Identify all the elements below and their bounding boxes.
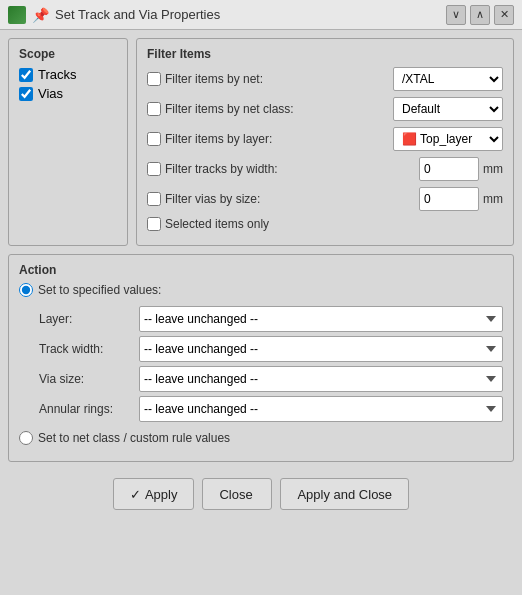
- action-label: Action: [19, 263, 503, 277]
- specified-values-label: Set to specified values:: [38, 283, 161, 297]
- filter-by-layer-row: Filter items by layer: 🟥 Top_layer: [147, 127, 503, 151]
- via-size-row: Via size: -- leave unchanged --: [39, 365, 503, 393]
- vias-label: Vias: [38, 86, 63, 101]
- filter-by-size-unit: mm: [483, 192, 503, 206]
- apply-close-label: Apply and Close: [297, 487, 392, 502]
- filter-by-net-checkbox[interactable]: [147, 72, 161, 86]
- net-class-radio[interactable]: [19, 431, 33, 445]
- track-width-row: Track width: -- leave unchanged --: [39, 335, 503, 363]
- close-label: Close: [219, 487, 252, 502]
- apply-checkmark: ✓: [130, 487, 141, 502]
- selected-only-row: Selected items only: [147, 217, 503, 231]
- apply-button[interactable]: ✓ Apply: [113, 478, 195, 510]
- filter-by-layer-select[interactable]: 🟥 Top_layer: [393, 127, 503, 151]
- vias-row: Vias: [19, 86, 117, 101]
- filter-by-size-label: Filter vias by size:: [165, 192, 415, 206]
- window-controls: ∨ ∧ ✕: [446, 5, 514, 25]
- window-title: Set Track and Via Properties: [55, 7, 220, 22]
- maximize-button[interactable]: ∧: [470, 5, 490, 25]
- filter-by-size-input[interactable]: [419, 187, 479, 211]
- filter-by-size-checkbox[interactable]: [147, 192, 161, 206]
- annular-rings-select[interactable]: -- leave unchanged --: [139, 396, 503, 422]
- filter-group: Filter Items Filter items by net: /XTAL …: [136, 38, 514, 246]
- filter-by-netclass-row: Filter items by net class: Default: [147, 97, 503, 121]
- filter-label: Filter Items: [147, 47, 503, 61]
- filter-by-netclass-label: Filter items by net class:: [165, 102, 389, 116]
- annular-rings-row: Annular rings: -- leave unchanged --: [39, 395, 503, 423]
- tracks-label: Tracks: [38, 67, 77, 82]
- action-group: Action Set to specified values: Layer: -…: [8, 254, 514, 462]
- track-width-label: Track width:: [39, 342, 139, 356]
- selected-only-checkbox[interactable]: [147, 217, 161, 231]
- tracks-checkbox[interactable]: [19, 68, 33, 82]
- close-button[interactable]: ✕: [494, 5, 514, 25]
- scope-group: Scope Tracks Vias: [8, 38, 128, 246]
- net-class-row: Set to net class / custom rule values: [19, 431, 503, 445]
- filter-by-netclass-select[interactable]: Default: [393, 97, 503, 121]
- filter-by-width-unit: mm: [483, 162, 503, 176]
- annular-rings-label: Annular rings:: [39, 402, 139, 416]
- specified-values-radio[interactable]: [19, 283, 33, 297]
- minimize-button[interactable]: ∨: [446, 5, 466, 25]
- layer-row: Layer: -- leave unchanged --: [39, 305, 503, 333]
- app-icon: [8, 6, 26, 24]
- property-rows: Layer: -- leave unchanged -- Track width…: [39, 305, 503, 423]
- filter-by-netclass-checkbox[interactable]: [147, 102, 161, 116]
- selected-only-label: Selected items only: [165, 217, 503, 231]
- scope-label: Scope: [19, 47, 117, 61]
- filter-by-net-row: Filter items by net: /XTAL: [147, 67, 503, 91]
- layer-select[interactable]: -- leave unchanged --: [139, 306, 503, 332]
- net-class-label: Set to net class / custom rule values: [38, 431, 230, 445]
- title-bar-left: 📌 Set Track and Via Properties: [8, 6, 220, 24]
- filter-by-width-label: Filter tracks by width:: [165, 162, 415, 176]
- filter-by-net-label: Filter items by net:: [165, 72, 389, 86]
- via-size-select[interactable]: -- leave unchanged --: [139, 366, 503, 392]
- layer-label: Layer:: [39, 312, 139, 326]
- filter-by-net-select[interactable]: /XTAL: [393, 67, 503, 91]
- top-row: Scope Tracks Vias Filter Items Filter it…: [8, 38, 514, 246]
- filter-by-width-input[interactable]: [419, 157, 479, 181]
- track-width-select[interactable]: -- leave unchanged --: [139, 336, 503, 362]
- apply-label: Apply: [145, 487, 178, 502]
- filter-by-width-row: Filter tracks by width: mm: [147, 157, 503, 181]
- via-size-label: Via size:: [39, 372, 139, 386]
- main-content: Scope Tracks Vias Filter Items Filter it…: [0, 30, 522, 595]
- filter-by-width-checkbox[interactable]: [147, 162, 161, 176]
- filter-by-layer-label: Filter items by layer:: [165, 132, 389, 146]
- button-row: ✓ Apply Close Apply and Close: [8, 470, 514, 514]
- tracks-row: Tracks: [19, 67, 117, 82]
- title-bar: 📌 Set Track and Via Properties ∨ ∧ ✕: [0, 0, 522, 30]
- vias-checkbox[interactable]: [19, 87, 33, 101]
- filter-by-size-row: Filter vias by size: mm: [147, 187, 503, 211]
- apply-close-button[interactable]: Apply and Close: [280, 478, 409, 510]
- pin-icon[interactable]: 📌: [32, 7, 49, 23]
- close-button-main[interactable]: Close: [202, 478, 272, 510]
- specified-values-row: Set to specified values:: [19, 283, 503, 297]
- filter-by-layer-checkbox[interactable]: [147, 132, 161, 146]
